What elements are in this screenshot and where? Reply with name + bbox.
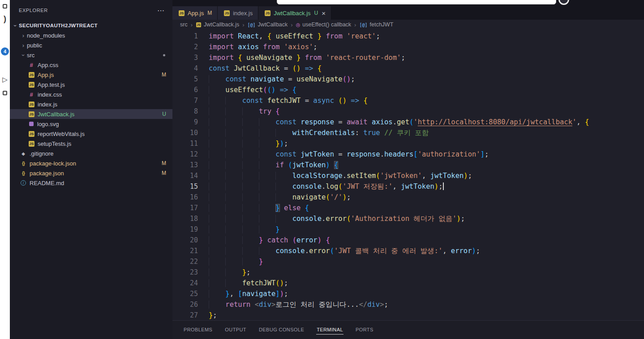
code-line[interactable]: 13 if (jwtToken) {: [172, 160, 644, 170]
tree-item-node_modules[interactable]: ›node_modules: [10, 30, 172, 40]
tree-item-label: .gitignore: [30, 150, 53, 157]
line-number: 19: [172, 224, 198, 235]
panel-tab-bar: PROBLEMSOUTPUTDEBUG CONSOLETERMINALPORTS: [172, 320, 644, 339]
js-file-icon: JS: [29, 131, 34, 137]
workspace-root[interactable]: › SECURITYOAUTH2JWTREACT: [10, 21, 172, 30]
json-file-icon: {}: [20, 160, 27, 167]
tab-JwtCallback.js[interactable]: JSJwtCallback.jsU×: [258, 6, 331, 20]
panel-tab-output[interactable]: OUTPUT: [224, 325, 247, 335]
css-file-icon: #: [28, 91, 35, 98]
account-icon[interactable]: [558, 0, 569, 5]
code-line[interactable]: 12 const jwtToken = response.headers['au…: [172, 149, 644, 160]
explorer-header: EXPLORER ⋯: [10, 0, 172, 21]
code-text: if (jwtToken) {: [198, 160, 338, 170]
panel-tab-ports[interactable]: PORTS: [355, 325, 374, 335]
extensions-icon[interactable]: [0, 88, 10, 98]
tree-item-package-lock.json[interactable]: {}package-lock.jsonM: [10, 158, 172, 168]
code-text: console.error('Authorization 헤더가 없음');: [198, 213, 465, 224]
code-text: console.error('JWT 콜백 처리 중 에러 발생:', erro…: [198, 246, 480, 256]
tree-item-index.css[interactable]: #index.css: [10, 89, 172, 99]
code-text: useEffect(() => {: [198, 85, 296, 95]
tree-item-logo.svg[interactable]: logo.svg: [10, 119, 172, 129]
code-line[interactable]: 11 });: [172, 138, 644, 149]
tree-item-reportWebVitals.js[interactable]: JSreportWebVitals.js: [10, 129, 172, 139]
tree-item-public[interactable]: ›public: [10, 40, 172, 50]
tab-App.js[interactable]: JSApp.jsM: [172, 6, 218, 20]
code-line[interactable]: 5 const navigate = useNavigate();: [172, 74, 644, 85]
code-line[interactable]: 16 navigate('/');: [172, 192, 644, 203]
files-icon[interactable]: [0, 1, 10, 12]
breadcrumb: src›JSJwtCallback.js›[@]JwtCallback›◎use…: [172, 20, 644, 30]
tree-item-App.test.js[interactable]: JSApp.test.js: [10, 80, 172, 89]
breadcrumb-item[interactable]: ◎useEffect() callback: [296, 21, 351, 28]
js-file-icon: JS: [29, 111, 34, 117]
tree-item-.gitignore[interactable]: ◆.gitignore: [10, 148, 172, 158]
code-line[interactable]: 6 useEffect(() => {: [172, 85, 644, 95]
js-file-icon: JS: [179, 10, 185, 16]
code-line[interactable]: 22 }: [172, 256, 644, 267]
code-line[interactable]: 25 }, [navigate]);: [172, 288, 644, 299]
code-line[interactable]: 7 const fetchJWT = async () => {: [172, 95, 644, 106]
tree-item-label: package-lock.json: [30, 160, 76, 167]
code-line[interactable]: 2import axios from 'axios';: [172, 42, 644, 52]
tree-item-src[interactable]: ›src: [10, 50, 172, 60]
code-line[interactable]: 23 };: [172, 267, 644, 278]
activity-bar: ) 4 ▷: [0, 0, 10, 339]
tree-item-setupTests.js[interactable]: JSsetupTests.js: [10, 139, 172, 148]
close-icon[interactable]: ×: [322, 9, 326, 17]
git-status-badge: U: [314, 10, 318, 16]
tree-item-index.js[interactable]: JSindex.js: [10, 99, 172, 109]
code-line[interactable]: 19 }: [172, 224, 644, 235]
git-status-badge: U: [162, 111, 166, 117]
symbol-icon: [@]: [359, 22, 367, 27]
vscode-window: ) 4 ▷ EXPLORER ⋯ › SECURITYOAUTH2JWTREAC…: [0, 0, 644, 339]
run-debug-icon[interactable]: ▷: [0, 74, 10, 85]
title-bar: [172, 0, 644, 6]
code-area[interactable]: 1import React, { useEffect } from 'react…: [172, 30, 644, 320]
line-number: 11: [172, 138, 198, 149]
code-line[interactable]: 18 console.error('Authorization 헤더가 없음')…: [172, 213, 644, 224]
code-line[interactable]: 24 fetchJWT();: [172, 278, 644, 288]
tree-item-App.css[interactable]: #App.css: [10, 60, 172, 70]
line-number: 18: [172, 213, 198, 224]
breadcrumb-item[interactable]: [@]fetchJWT: [359, 21, 393, 28]
more-actions-icon[interactable]: ⋯: [157, 6, 164, 15]
breadcrumb-label: JwtCallback: [258, 21, 288, 28]
tree-item-package.json[interactable]: {}package.jsonM: [10, 168, 172, 178]
breadcrumb-item[interactable]: JSJwtCallback.js: [196, 21, 239, 28]
code-line[interactable]: 15 console.log('JWT 저장됨:', jwtToken);: [172, 181, 644, 192]
code-line[interactable]: 14 localStorage.setItem('jwtToken', jwtT…: [172, 170, 644, 181]
code-line[interactable]: 21 console.error('JWT 콜백 처리 중 에러 발생:', e…: [172, 246, 644, 256]
code-text: return <div>로그인 처리 중입니다...</div>;: [198, 299, 388, 310]
breadcrumb-item[interactable]: [@]JwtCallback: [248, 21, 288, 28]
tree-item-label: index.js: [38, 101, 57, 108]
command-center[interactable]: [277, 0, 556, 4]
code-line[interactable]: 4const JwtCallback = () => {: [172, 63, 644, 74]
tab-index.js[interactable]: JSindex.js: [218, 6, 258, 20]
code-line[interactable]: 27};: [172, 310, 644, 320]
code-line[interactable]: 26 return <div>로그인 처리 중입니다...</div>;: [172, 299, 644, 310]
tree-item-label: README.md: [30, 180, 64, 186]
tree-item-README.md[interactable]: iREADME.md: [10, 178, 172, 188]
panel-tab-debug-console[interactable]: DEBUG CONSOLE: [258, 325, 305, 335]
code-line[interactable]: 8 try {: [172, 106, 644, 117]
code-text: };: [198, 267, 250, 278]
code-line[interactable]: 1import React, { useEffect } from 'react…: [172, 31, 644, 42]
code-text: const JwtCallback = () => {: [198, 63, 322, 74]
search-icon[interactable]: ): [0, 13, 10, 24]
code-line[interactable]: 3import { useNavigate } from 'react-rout…: [172, 52, 644, 63]
code-line[interactable]: 20 } catch (error) {: [172, 235, 644, 246]
code-text: console.log('JWT 저장됨:', jwtToken);: [198, 181, 444, 192]
line-number: 17: [172, 203, 198, 213]
code-line[interactable]: 10 withCredentials: true // 쿠키 포함: [172, 127, 644, 138]
readme-info-icon: i: [21, 180, 26, 186]
code-line[interactable]: 9 const response = await axios.get('http…: [172, 117, 644, 127]
tree-item-App.js[interactable]: JSApp.jsM: [10, 70, 172, 80]
code-line[interactable]: 17 } else {: [172, 203, 644, 213]
panel-tab-terminal[interactable]: TERMINAL: [316, 325, 343, 335]
line-number: 23: [172, 267, 198, 278]
tab-label: App.js: [188, 10, 204, 17]
tree-item-JwtCallback.js[interactable]: JSJwtCallback.jsU: [10, 109, 172, 119]
panel-tab-problems[interactable]: PROBLEMS: [183, 325, 213, 335]
breadcrumb-item[interactable]: src: [180, 21, 188, 28]
